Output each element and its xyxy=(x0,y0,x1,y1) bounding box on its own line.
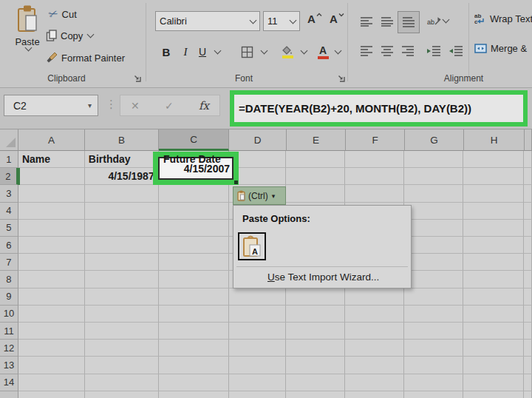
row-header-5[interactable]: 5 xyxy=(0,220,18,237)
grid-cell[interactable] xyxy=(18,323,85,340)
align-right-button[interactable] xyxy=(399,43,417,59)
grid-cell[interactable] xyxy=(463,254,524,271)
grid-cell[interactable] xyxy=(229,289,287,306)
grid-cell[interactable] xyxy=(404,168,463,185)
paste-options-indicator-button[interactable]: (Ctrl) ▾ xyxy=(233,186,286,205)
grid-cell[interactable] xyxy=(85,220,159,237)
increase-font-size-button[interactable]: A xyxy=(305,13,324,30)
grid-cell[interactable] xyxy=(524,289,532,306)
grid-cell[interactable] xyxy=(229,306,287,323)
grid-cell[interactable] xyxy=(524,185,532,202)
grid-cell[interactable] xyxy=(18,306,85,323)
grid-cell[interactable] xyxy=(463,374,524,391)
grid-cell[interactable] xyxy=(286,289,345,306)
grid-cell[interactable] xyxy=(463,203,524,220)
bottom-align-button[interactable] xyxy=(398,11,420,33)
column-header-H[interactable]: H xyxy=(464,129,525,151)
grid-cell[interactable] xyxy=(229,374,287,391)
grid-cell[interactable] xyxy=(159,271,229,288)
grid-cell[interactable] xyxy=(463,185,524,202)
grid-cell[interactable] xyxy=(18,237,85,254)
row-header-10[interactable]: 10 xyxy=(0,306,18,323)
fill-handle[interactable] xyxy=(234,181,238,184)
select-all-corner[interactable] xyxy=(0,129,18,151)
grid-cell[interactable] xyxy=(229,340,287,357)
grid-cell[interactable] xyxy=(85,340,159,357)
grid-cell[interactable] xyxy=(524,203,532,220)
wrap-text-button[interactable]: ab c Wrap Text xyxy=(474,13,532,24)
top-align-button[interactable] xyxy=(358,13,375,30)
bold-button[interactable]: B xyxy=(158,41,174,62)
clipboard-dialog-launcher-icon[interactable] xyxy=(133,74,142,83)
grid-cell[interactable] xyxy=(159,340,229,357)
grid-cell[interactable] xyxy=(463,151,524,168)
cut-button[interactable]: ✂ Cut xyxy=(49,7,77,21)
grid-cell[interactable] xyxy=(404,237,463,254)
grid-cell[interactable] xyxy=(286,323,345,340)
grid-cell[interactable] xyxy=(463,220,524,237)
grid-cell[interactable] xyxy=(345,357,404,374)
grid-cell[interactable] xyxy=(85,203,159,220)
grid-cell[interactable] xyxy=(404,323,463,340)
row-header-14[interactable]: 14 xyxy=(0,374,18,391)
grid-cell[interactable] xyxy=(524,391,532,398)
chevron-down-icon[interactable] xyxy=(301,47,308,55)
grid-cell[interactable] xyxy=(404,374,463,391)
cell-B1[interactable]: Birthday xyxy=(85,151,159,168)
column-header-partial[interactable] xyxy=(525,129,532,151)
paste-button[interactable]: Paste xyxy=(10,4,44,68)
grid-cell[interactable] xyxy=(345,185,404,202)
grid-cell[interactable] xyxy=(85,237,159,254)
cancel-icon[interactable]: ✕ xyxy=(131,100,140,112)
fill-color-button[interactable] xyxy=(278,41,297,63)
grid-cell[interactable] xyxy=(18,340,85,357)
row-header-6[interactable]: 6 xyxy=(0,237,18,254)
grid-cell[interactable] xyxy=(286,391,345,398)
grid-cell[interactable] xyxy=(159,391,229,398)
grid-cell[interactable] xyxy=(229,323,287,340)
italic-button[interactable]: I xyxy=(178,41,193,62)
row-header-partial[interactable] xyxy=(0,391,18,398)
row-header-9[interactable]: 9 xyxy=(0,289,18,306)
grid-cell[interactable] xyxy=(524,374,532,391)
grid-cell[interactable] xyxy=(85,289,159,306)
grid-cell[interactable] xyxy=(18,357,85,374)
row-header-11[interactable]: 11 xyxy=(0,323,18,340)
grid-cell[interactable] xyxy=(524,271,532,288)
grid-cell[interactable] xyxy=(18,271,85,288)
grid-cell[interactable] xyxy=(286,306,345,323)
grid-cell[interactable] xyxy=(404,151,463,168)
grid-cell[interactable] xyxy=(524,168,532,185)
borders-button[interactable] xyxy=(238,43,256,61)
orientation-button[interactable]: ab xyxy=(426,12,449,30)
column-header-A[interactable]: A xyxy=(18,129,85,151)
grid-cell[interactable] xyxy=(463,271,524,288)
chevron-down-icon[interactable] xyxy=(335,47,342,55)
formula-input[interactable]: =DATE(YEAR(B2)+20, MONTH(B2), DAY(B2)) xyxy=(234,102,471,115)
row-header-2[interactable]: 2 xyxy=(0,168,18,185)
grid-cell[interactable] xyxy=(159,220,229,237)
name-box-dropdown-icon[interactable]: ▾ xyxy=(88,101,92,109)
grid-cell[interactable] xyxy=(524,237,532,254)
grid-cell[interactable] xyxy=(229,357,287,374)
grid-cell[interactable] xyxy=(345,151,404,168)
middle-align-button[interactable] xyxy=(378,13,396,30)
grid-cell[interactable] xyxy=(345,306,404,323)
font-dialog-launcher-icon[interactable] xyxy=(337,74,346,83)
align-left-button[interactable] xyxy=(358,43,375,59)
grid-cell[interactable] xyxy=(286,168,345,185)
grid-cell[interactable] xyxy=(524,323,532,340)
grid-cell[interactable] xyxy=(18,254,85,271)
grid-cell[interactable] xyxy=(85,357,159,374)
column-header-D[interactable]: D xyxy=(229,129,287,151)
column-header-E[interactable]: E xyxy=(287,129,346,151)
grid-cell[interactable] xyxy=(524,254,532,271)
row-header-1[interactable]: 1 xyxy=(0,151,18,168)
formula-bar-resize-handle[interactable]: ⋮ xyxy=(106,98,117,111)
grid-cell[interactable] xyxy=(18,168,85,185)
grid-cell[interactable] xyxy=(345,391,404,398)
grid-cell[interactable] xyxy=(404,391,463,398)
cell-B2[interactable]: 4/15/1987 xyxy=(85,168,159,185)
grid-cell[interactable] xyxy=(159,374,229,391)
grid-cell[interactable] xyxy=(345,340,404,357)
